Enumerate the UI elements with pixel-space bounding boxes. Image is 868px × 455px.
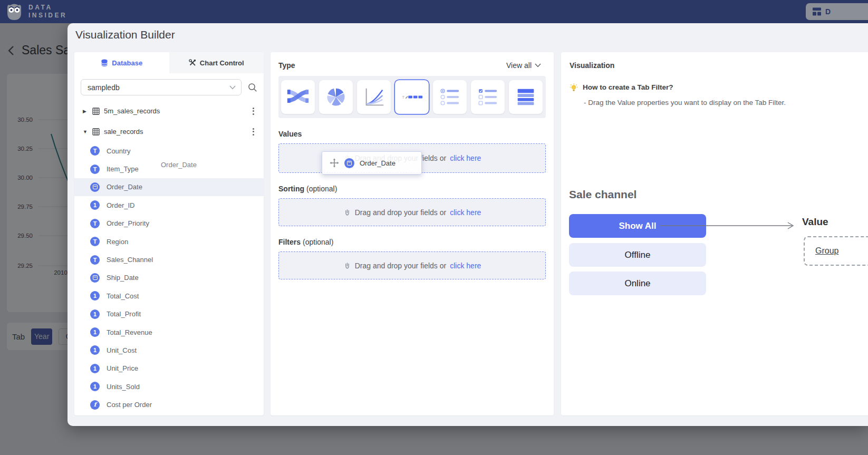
modal-title: Visualization Builder [75,28,175,41]
field-label: Cost per Order [107,401,152,409]
field-label: Total_Cost [107,292,139,300]
drag-hand-icon [343,262,351,270]
lightbulb-icon [570,83,578,92]
tab-database[interactable]: Database [74,52,169,73]
owl-logo-icon [4,2,24,22]
number-field-icon: 1 [90,345,100,355]
tab-database-label: Database [112,59,142,67]
view-all-button[interactable]: View all [506,61,541,70]
view-all-label: View all [506,61,532,70]
field-item-total-cost[interactable]: 1Total_Cost [74,287,264,305]
dragged-chip-label: Order_Date [360,159,396,167]
field-label: Unit_Price [107,364,138,372]
caret-down-icon[interactable]: ▼ [83,129,91,134]
field-item-units-sold[interactable]: 1Units_Sold [74,377,264,395]
number-field-icon: 1 [90,364,100,373]
field-item-unit-price[interactable]: 1Unit_Price [74,360,264,377]
field-item-total-revenue[interactable]: 1Total_Revenue [74,323,264,341]
chart-type-line[interactable] [357,80,391,114]
tab-chart-control[interactable]: Chart Control [169,52,264,73]
field-label: Ship_Date [107,274,139,282]
visualization-panel: Visualization How to create a Tab Filter… [561,52,868,415]
tools-icon [189,59,196,66]
kebab-menu-icon[interactable] [250,126,256,138]
widget-title: Sale channel [569,188,636,201]
field-item-ship-date[interactable]: Ship_Date [74,269,264,287]
formula-field-icon: f [90,400,100,410]
online-button[interactable]: Online [569,272,706,295]
search-icon[interactable] [248,83,257,92]
brand-text: DATA INSIDER [28,4,67,20]
chart-type-strip: T [278,76,546,118]
chart-type-pie[interactable] [319,80,353,114]
field-item-sales-channel[interactable]: TSales_Channel [74,250,264,268]
field-item-unit-cost[interactable]: 1Unit_Cost [74,341,264,359]
number-field-icon: 1 [90,291,100,301]
field-label: Units_Sold [107,383,140,391]
annotation-dashed-box: Group [804,236,868,266]
hint-title: How to create a Tab Filter? [583,83,673,92]
text-field-icon: T [90,164,100,174]
drag-hand-icon [343,208,351,217]
tab-filter-icon: T [400,85,424,109]
table-name: 5m_sales_records [104,107,250,115]
database-select[interactable]: sampledb [81,79,242,95]
field-item-region[interactable]: TRegion [74,233,264,250]
values-section-label: Values [278,130,546,138]
field-item-total-profit[interactable]: 1Total_Profit [74,305,264,323]
dashboard-button[interactable]: D [806,3,868,20]
chart-type-single-select[interactable] [433,80,467,114]
dashboard-icon [812,7,822,16]
move-icon [330,158,339,168]
chart-type-sankey[interactable] [281,80,315,114]
chart-type-table[interactable] [509,80,543,114]
show-all-button[interactable]: Show All [569,214,706,238]
field-label: Order_Date [107,183,142,191]
hint-block: How to create a Tab Filter? [570,83,860,92]
field-label: Total_Revenue [107,328,152,336]
chart-type-multi-select[interactable] [471,80,505,114]
date-field-icon [90,182,100,192]
group-link[interactable]: Group [815,246,838,256]
left-panel-tabs: Database Chart Control [74,52,264,73]
sorting-click-here-link[interactable]: click here [450,208,481,217]
values-click-here-link[interactable]: click here [450,154,481,162]
table-name: sale_records [104,128,250,135]
date-field-icon [90,273,100,283]
field-item-country[interactable]: TCountry [74,142,264,160]
text-field-icon: T [90,255,100,265]
filters-dropzone[interactable]: Drag and drop your fields or click here [278,251,546,279]
visualization-header: Visualization [570,61,860,70]
caret-right-icon[interactable]: ▶ [83,109,91,114]
database-search-row: sampledb [81,79,257,95]
chart-type-tab-filter[interactable]: T [395,80,429,114]
field-item-order-priority[interactable]: TOrder_Priority [74,215,264,233]
offline-button[interactable]: Offline [569,243,706,267]
table-row-5m-sales-records[interactable]: ▶ 5m_sales_records [74,101,264,121]
number-field-icon: 1 [90,200,100,210]
database-panel: Database Chart Control sampledb [74,52,264,415]
database-icon [101,59,108,67]
hint-body: - Drag the Value properties you want to … [584,99,868,107]
filters-placeholder: Drag and drop your fields or [355,262,447,270]
tab-chart-control-label: Chart Control [200,59,244,67]
field-item-cost-per-order[interactable]: fCost per Order [74,395,264,413]
field-label: Unit_Cost [107,346,137,354]
dragged-field-chip[interactable]: Order_Date [322,151,422,175]
chevron-down-icon [535,63,541,67]
field-label: Order_ID [107,201,134,209]
annotation-heading: Value [802,216,828,228]
field-item-item-type[interactable]: TItem_Type [74,160,264,178]
filters-click-here-link[interactable]: click here [450,262,481,270]
field-label: Order_Priority [107,219,149,227]
field-label: Total_Profit [107,310,141,318]
table-row-sale-records[interactable]: ▼ sale_records [74,121,264,142]
text-field-icon: T [90,146,100,156]
kebab-menu-icon[interactable] [250,105,256,117]
number-field-icon: 1 [90,327,100,337]
field-item-order-id[interactable]: 1Order_ID [74,196,264,214]
chevron-down-icon [229,85,236,90]
field-item-order-date[interactable]: Order_Date [74,178,264,196]
table-icon [92,108,100,115]
sorting-dropzone[interactable]: Drag and drop your fields or click here [278,198,546,226]
